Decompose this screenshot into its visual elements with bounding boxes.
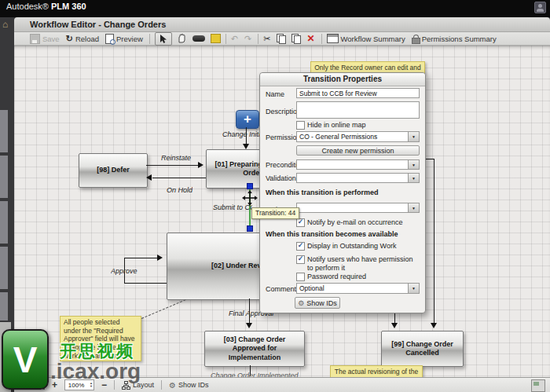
sidebar-block (0, 247, 8, 289)
cut-icon: ✂ (263, 35, 270, 43)
workflow-summary-button[interactable]: Workflow Summary (327, 34, 405, 43)
edge-label-approve: Approve (111, 267, 138, 275)
sidebar-block (0, 292, 8, 321)
move-cursor-icon (242, 190, 258, 209)
arrowhead (198, 162, 204, 168)
statusbar-save-icon[interactable] (531, 379, 545, 392)
redo-button[interactable]: ↷ (244, 35, 251, 43)
notify-users-checkbox[interactable]: ✓ (296, 255, 305, 264)
cut-button[interactable]: ✂ (263, 35, 270, 43)
edge-line-on-hold[interactable] (152, 178, 206, 178)
edge-line-approve[interactable] (124, 258, 157, 258)
notify-by-email-label: Notify by e-mail on occurrence (307, 218, 403, 226)
cursor-icon (159, 34, 167, 44)
hide-in-online-map-label: Hide in online map (307, 121, 366, 129)
permission-select[interactable]: CO - General Permissions ▼ (296, 131, 420, 142)
arrowhead (391, 323, 398, 328)
paste-icon (292, 34, 300, 43)
node-99-change-order-cancelled[interactable]: [99] Change Order Cancelled (381, 331, 464, 367)
brand-logo: Autodesk® PLM 360 (6, 2, 86, 11)
show-ids-button[interactable]: ⚙ Show IDs (295, 297, 340, 309)
window-icon (327, 34, 339, 43)
hide-in-online-map-checkbox[interactable] (296, 121, 305, 130)
transition-properties-dialog: Transition Properties Name Submit to CCB… (259, 72, 426, 313)
chevron-down-icon[interactable]: ▼ (408, 174, 419, 182)
password-required-checkbox[interactable] (296, 273, 305, 281)
notify-by-email-checkbox[interactable]: ✓ (296, 218, 305, 227)
save-icon (30, 34, 40, 44)
node-98-defer[interactable]: [98] Defer (79, 153, 148, 188)
arrowhead (157, 255, 163, 261)
name-input[interactable]: Submit to CCB for Review (296, 88, 420, 98)
performed-section-header: When this transition is performed (266, 189, 379, 196)
arrowhead (146, 174, 152, 181)
toolbar-separator (149, 34, 150, 44)
comments-label: Comments (266, 285, 300, 293)
chevron-down-icon[interactable]: ▼ (408, 132, 419, 141)
toolbar: Save ↻Reload Preview ↶ ↷ ✂ ✕ Workflow Su… (14, 32, 550, 46)
preview-button[interactable]: Preview (105, 34, 143, 44)
chevron-down-icon[interactable]: ▼ (408, 203, 419, 212)
note-revisioning[interactable]: The actual revisioning of the (330, 365, 423, 377)
reload-button[interactable]: ↻Reload (66, 35, 99, 43)
validation-label: Validation (266, 174, 296, 182)
edge-label-implemented: Change Order Implemented (211, 372, 299, 377)
available-section-header: When this transition becomes available (266, 230, 398, 238)
redo-icon: ↷ (244, 35, 251, 43)
gear-icon: ⚙ (298, 299, 304, 307)
chevron-down-icon[interactable]: ▼ (408, 160, 419, 169)
dialog-title[interactable]: Transition Properties (260, 73, 425, 86)
arrowhead (243, 144, 249, 149)
create-new-permission-button[interactable]: Create new permission (296, 145, 420, 156)
watermark-url: .icax.org (50, 359, 141, 384)
hand-icon (177, 34, 186, 43)
transition-handle[interactable] (247, 225, 253, 232)
note-connector-line (141, 299, 186, 319)
node-03-change-order-approved[interactable]: [03] Change Order Approved for Implement… (204, 331, 305, 367)
home-icon[interactable]: ⌂ (2, 19, 8, 30)
sidebar-block (0, 201, 8, 244)
edge-label-reinstate: Reinstate (161, 154, 191, 162)
user-avatar-icon[interactable] (534, 2, 546, 13)
edge-label-change-initiated: Change Initiated (222, 130, 259, 138)
copy-button[interactable] (277, 34, 285, 43)
comments-select[interactable]: Optional ▼ (296, 283, 420, 294)
sidebar-block (0, 110, 8, 152)
display-outstanding-label: Display in Outstanding Work (307, 242, 396, 250)
display-outstanding-checkbox[interactable]: ✓ (296, 242, 305, 251)
transition-tooltip: Transition: 44 (251, 207, 299, 219)
description-textarea[interactable] (296, 101, 420, 119)
arrowhead (246, 323, 252, 328)
show-ids-toggle[interactable]: ⚙ Show IDs (169, 381, 208, 390)
add-state-button[interactable]: + (236, 110, 259, 129)
edge-line-approve (124, 283, 167, 284)
watermark-logo: V (2, 329, 49, 390)
transition-handle[interactable] (247, 183, 253, 189)
chevron-down-icon[interactable]: ▼ (408, 284, 419, 293)
add-state-tool-icon[interactable] (192, 35, 205, 42)
permissions-summary-button[interactable]: Permissions Summary (412, 35, 497, 43)
action-select[interactable]: ▼ (296, 203, 420, 213)
permission-label: Permission (266, 134, 301, 141)
pan-tool-button[interactable] (177, 34, 186, 43)
undo-button[interactable]: ↶ (231, 35, 238, 43)
lock-icon (412, 35, 420, 43)
add-note-tool-icon[interactable] (211, 34, 221, 43)
toolbar-separator (226, 34, 226, 44)
paste-button[interactable] (292, 34, 300, 43)
name-label: Name (266, 90, 284, 98)
arrowhead (431, 323, 437, 328)
sidebar-block (0, 156, 8, 198)
top-brand-bar: Autodesk® PLM 360 (0, 0, 550, 17)
reload-icon: ↻ (66, 35, 73, 43)
preview-icon (105, 34, 114, 44)
edge-label-on-hold: On Hold (167, 186, 192, 194)
save-button[interactable]: Save (30, 34, 60, 44)
select-tool-button[interactable] (155, 32, 172, 46)
edge-line-reinstate[interactable] (146, 165, 200, 166)
validation-select[interactable]: ▼ (296, 173, 420, 183)
delete-button[interactable]: ✕ (306, 33, 314, 44)
edge-line-cancel[interactable] (434, 159, 434, 324)
delete-icon: ✕ (306, 33, 314, 44)
precondition-select[interactable]: ▼ (296, 159, 420, 170)
